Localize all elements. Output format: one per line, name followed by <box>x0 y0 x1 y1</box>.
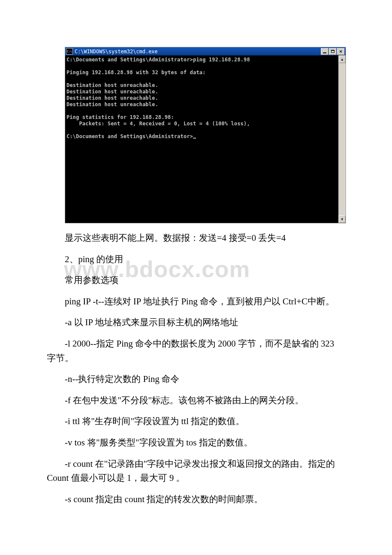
window-titlebar: C:\ C:\WINDOWS\system32\cmd.exe ✕ <box>65 47 346 55</box>
paragraph: -r count 在"记录路由"字段中记录发出报文和返回报文的路由。指定的 Co… <box>47 457 345 486</box>
paragraph: 常用参数选项 <box>47 273 345 288</box>
cmd-icon: C:\ <box>66 48 73 55</box>
term-line: C:\Documents and Settings\Administrator> <box>66 133 193 139</box>
cursor-icon <box>193 138 196 139</box>
paragraph: 显示这些表明不能上网。数据报：发送=4 接受=0 丢失=4 <box>47 231 345 246</box>
scroll-down-button[interactable]: ▼ <box>339 215 346 223</box>
paragraph: -v tos 将"服务类型"字段设置为 tos 指定的数值。 <box>47 436 345 450</box>
cmd-window: C:\ C:\WINDOWS\system32\cmd.exe ✕ C:\Doc… <box>65 47 346 223</box>
term-line: Destination host unreachable. <box>66 82 158 88</box>
paragraph: -i ttl 将"生存时间"字段设置为 ttl 指定的数值。 <box>47 414 345 429</box>
term-line: Ping statistics for 192.168.28.98: <box>66 114 174 120</box>
window-title: C:\WINDOWS\system32\cmd.exe <box>75 49 158 55</box>
document-body: 显示这些表明不能上网。数据报：发送=4 接受=0 丢失=4 2、ping 的使用… <box>47 231 345 506</box>
paragraph: ping IP -t--连续对 IP 地址执行 Ping 命令，直到被用户以 C… <box>47 295 345 309</box>
term-line: Destination host unreachable. <box>66 95 158 101</box>
paragraph: 2、ping 的使用 <box>47 252 345 267</box>
scroll-up-button[interactable]: ▲ <box>339 55 346 63</box>
paragraph: -n--执行特定次数的 Ping 命令 <box>47 372 345 387</box>
paragraph: -l 2000--指定 Ping 命令中的数据长度为 2000 字节，而不是缺省… <box>47 337 345 365</box>
term-line: C:\Documents and Settings\Administrator>… <box>66 57 250 63</box>
term-line: Destination host unreachable. <box>66 101 158 107</box>
paragraph: -a 以 IP 地址格式来显示目标主机的网络地址 <box>47 315 345 330</box>
paragraph: -s count 指定由 count 指定的转发次数的时间邮票。 <box>47 492 345 507</box>
term-line: Packets: Sent = 4, Received = 0, Lost = … <box>66 121 250 127</box>
paragraph: -f 在包中发送"不分段"标志。该包将不被路由上的网关分段。 <box>47 393 345 408</box>
term-line: Destination host unreachable. <box>66 89 158 95</box>
terminal-output: C:\Documents and Settings\Administrator>… <box>65 55 338 223</box>
minimize-button[interactable] <box>321 48 329 55</box>
term-line: Pinging 192.168.28.98 with 32 bytes of d… <box>66 69 206 75</box>
scrollbar[interactable]: ▲ ▼ <box>338 55 346 223</box>
maximize-button[interactable] <box>329 48 337 55</box>
close-button[interactable]: ✕ <box>337 48 345 55</box>
